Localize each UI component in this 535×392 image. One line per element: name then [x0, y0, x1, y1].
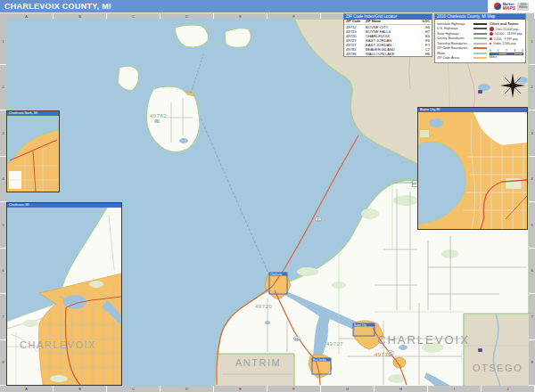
hog-island	[225, 29, 251, 48]
east-jordan-highlight-label: East Jordan	[313, 358, 326, 362]
logo-edition-label: Edition	[519, 5, 527, 9]
high-island	[118, 66, 139, 90]
grid-column-letter: B	[54, 386, 107, 392]
logo-brand: Market MAPS	[503, 3, 515, 10]
legend-line-swatch	[473, 28, 487, 29]
logo-brand-bottom: MAPS	[503, 6, 515, 10]
county-label-otsego: OTSEGO	[473, 363, 523, 373]
scale-tick: 3	[514, 49, 515, 53]
legend-line-swatch	[473, 23, 487, 25]
grid-column-letter: G	[321, 386, 374, 392]
scale-tick: 0	[490, 49, 491, 53]
city-class-row: 10,000 - 24,999 pop.	[490, 32, 523, 37]
scale-tick: 1	[498, 49, 499, 53]
grid-row-number: 7	[529, 294, 535, 340]
legend-item-label: Water	[437, 52, 473, 55]
marketmaps-logo: Market MAPS 2016 Edition	[488, 0, 535, 12]
grid-row-number: 6	[529, 249, 535, 295]
grid-column-letter: A	[0, 13, 54, 19]
inset-charlevoix-map: CHARLEVOIX	[7, 208, 121, 385]
col-loc: LOC	[421, 20, 430, 24]
small-lake	[478, 84, 490, 91]
us31-shield-label: 31	[317, 218, 320, 222]
legend-line-swatch	[473, 33, 487, 35]
inset-city-label: CHARLEVOIX	[20, 339, 96, 350]
inset-boyne-city: Boyne City, MI	[417, 107, 528, 230]
grid-row-number: 3	[0, 110, 6, 157]
legend-item-label: County Boundaries	[437, 37, 473, 40]
grid-row-number: 5	[0, 202, 6, 249]
logo-globe-icon	[494, 3, 501, 10]
legend-line-swatch	[473, 47, 487, 49]
legend-item-label: State Highways	[437, 32, 473, 36]
grid-column-letter: E	[214, 13, 268, 19]
grid-row-number: 1	[529, 19, 535, 65]
map-title-bar: CHARLEVOIX COUNTY, MI	[0, 0, 535, 12]
legend-line-swatch	[473, 57, 487, 59]
legend-item-label: Township Boundaries	[437, 42, 473, 45]
grid-column-letter: I	[428, 386, 482, 392]
grid-row-number: 2	[0, 65, 6, 111]
m66-shield-label: 66	[295, 338, 299, 341]
map-product-screenshot: CHARLEVOIX COUNTY, MI Market MAPS 2016 E…	[0, 0, 535, 392]
city-class-row: 2,500 - 9,999 pop.	[490, 37, 523, 42]
legend-item-label: U.S. Highways	[437, 27, 473, 30]
logo-edition-block: 2016 Edition	[517, 3, 529, 11]
interstate-shield-icon	[478, 348, 482, 352]
grid-row-number: 4	[0, 157, 6, 203]
county-title: CHARLEVOIX COUNTY, MI	[4, 2, 111, 11]
zip-name-cell: WALLOON LAKE	[366, 52, 421, 56]
legend-item-label: Interstate Highways	[437, 22, 473, 26]
grid-column-letter: C	[107, 386, 160, 392]
grid-column-letter: F	[268, 13, 321, 19]
city-class-label: Under 2,500 pop.	[493, 42, 516, 45]
city-dot-icon	[490, 32, 493, 36]
interstate-shield-icon	[478, 90, 482, 94]
zip-index-panel: ZIP Code Index/Grid Locator ZIP Code ZIP…	[343, 13, 432, 57]
legend-item-label: ZIP Code Boundaries	[437, 46, 473, 50]
grid-row-number: 1	[0, 19, 6, 65]
grid-strip-left: 12345678	[0, 19, 6, 386]
grid-strip-bottom: ABCDEFGHIJ	[0, 386, 535, 392]
zip-label-boyne-city: 49712	[374, 352, 391, 357]
grid-column-letter: B	[54, 13, 107, 19]
legend-item-label: ZIP Code Areas	[437, 56, 473, 60]
legend-line-swatch	[473, 37, 487, 39]
boyne-city-highlight-label: Boyne City	[354, 323, 366, 327]
city-classes: Over 25,000 pop. 10,000 - 24,999 pop. 2,…	[490, 27, 523, 46]
map-legend-panel: 2016 Charlevoix County, MI Map Interstat…	[434, 13, 526, 63]
legend-symbols-column: Interstate Highways U.S. Highways State …	[437, 21, 487, 61]
col-zip-code: ZIP Code	[346, 20, 366, 24]
zip-label-east-jordan: 49727	[326, 341, 343, 347]
grid-row-number: 8	[529, 340, 535, 387]
map-legend-body: Interstate Highways U.S. Highways State …	[435, 20, 525, 62]
col-zip-name: ZIP Name	[366, 20, 421, 24]
inset-charlevoix: Charlevoix, MI CHARLEVOIX	[6, 202, 122, 386]
lake-geneserath	[179, 138, 188, 143]
zip-index-rows: 49712 BOYNE CITY G6 49713 BOYNE FALLS H7…	[344, 25, 432, 56]
zip-label-charlevoix: 49720	[255, 304, 272, 309]
grid-column-letter: J	[482, 386, 535, 392]
city-dot-icon	[490, 27, 494, 31]
zip-index-row: 49796 WALLOON LAKE H6	[344, 52, 432, 56]
grid-column-letter: D	[160, 13, 214, 19]
grid-column-letter: F	[268, 386, 321, 392]
fox-lake	[154, 119, 160, 123]
grid-row-number: 2	[529, 65, 535, 111]
zip-loc-cell: H6	[421, 52, 430, 56]
grid-row-number: 4	[529, 157, 535, 203]
cities-column: Cities and Towns Over 25,000 pop. 10,000…	[487, 21, 523, 61]
inset-boyne-city-map	[418, 112, 527, 229]
scale-tick: 4	[522, 49, 523, 53]
grid-column-letter: C	[107, 13, 160, 19]
inset-charlevoix-north: Charlevoix North, MI	[6, 110, 60, 192]
grid-column-letter: H	[374, 386, 428, 392]
legend-item: ZIP Code Areas	[437, 56, 487, 61]
grid-row-number: 8	[0, 340, 6, 387]
county-label-charlevoix: CHARLEVOIX	[377, 333, 470, 347]
city-class-label: Over 25,000 pop.	[496, 28, 519, 31]
county-label-antrim: ANTRIM	[235, 357, 281, 368]
city-class-label: 10,000 - 24,999 pop.	[495, 32, 523, 36]
grid-row-number: 3	[529, 110, 535, 157]
charlevoix-highlight-label: Charlevoix	[270, 273, 283, 276]
